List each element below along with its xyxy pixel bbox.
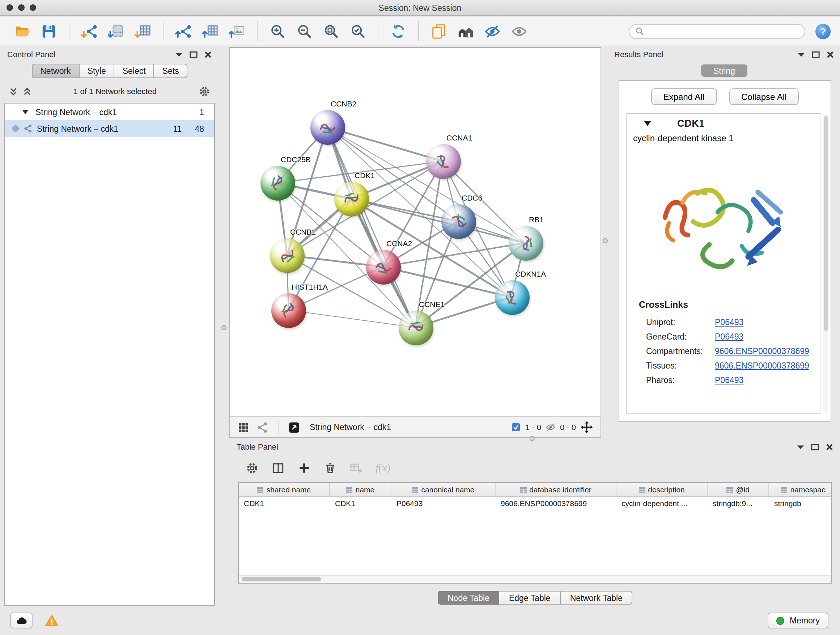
crosslink-value[interactable]: 9606.ENSP00000378699 bbox=[715, 347, 809, 356]
expand-all-button[interactable]: Expand All bbox=[651, 88, 717, 105]
close-window-icon[interactable] bbox=[6, 4, 13, 11]
crosslink-value[interactable]: P06493 bbox=[715, 333, 744, 341]
column-header-database-identifier[interactable]: database identifier bbox=[496, 483, 616, 496]
panel-menu-icon[interactable] bbox=[797, 443, 805, 451]
delete-column-icon[interactable] bbox=[324, 461, 337, 475]
close-panel-icon[interactable] bbox=[204, 50, 212, 58]
tab-network-table[interactable]: Network Table bbox=[561, 591, 633, 605]
column-header-description[interactable]: description bbox=[616, 483, 707, 496]
hide-selected-icon[interactable] bbox=[483, 21, 502, 41]
tab-edge-table[interactable]: Edge Table bbox=[500, 591, 561, 605]
float-panel-icon[interactable] bbox=[189, 50, 197, 58]
collapse-gene-icon[interactable] bbox=[644, 121, 651, 126]
table-options-gear-icon[interactable] bbox=[245, 461, 259, 475]
help-button[interactable]: ? bbox=[815, 23, 831, 40]
add-column-icon[interactable] bbox=[297, 461, 311, 475]
move-icon[interactable] bbox=[580, 421, 593, 434]
graph-node-ccna2[interactable] bbox=[366, 250, 401, 285]
selected-checkbox-icon[interactable] bbox=[511, 422, 521, 432]
crosslink-value[interactable]: P06493 bbox=[715, 376, 744, 385]
crosslink-value[interactable]: 9606.ENSP00000378699 bbox=[715, 361, 809, 370]
function-builder-icon[interactable]: f(x) bbox=[376, 462, 391, 474]
graph-node-hist1h1a[interactable] bbox=[271, 293, 306, 328]
delete-table-icon[interactable] bbox=[349, 461, 363, 475]
tree-collapse-icon[interactable] bbox=[22, 110, 28, 114]
gene-card-header[interactable]: CDK1 bbox=[627, 114, 820, 133]
import-table-icon[interactable] bbox=[133, 21, 153, 41]
table-row[interactable]: CDK1CDK1P064939606.ENSP00000378699cyclin… bbox=[239, 497, 831, 510]
tab-style[interactable]: Style bbox=[80, 64, 115, 78]
warning-icon[interactable] bbox=[44, 613, 59, 628]
expand-all-networks-icon[interactable] bbox=[22, 87, 32, 96]
import-network-from-file-icon[interactable] bbox=[80, 21, 99, 41]
show-all-icon[interactable] bbox=[509, 21, 529, 41]
graph-node-cdc25b[interactable] bbox=[261, 166, 295, 201]
zoom-fit-icon[interactable] bbox=[321, 21, 341, 41]
network-options-gear-icon[interactable] bbox=[198, 85, 210, 97]
column-header-namespac[interactable]: namespac bbox=[769, 483, 832, 496]
graph-node-ccnb2[interactable] bbox=[310, 110, 345, 145]
search-input[interactable] bbox=[647, 26, 799, 36]
column-header-name[interactable]: name bbox=[330, 483, 392, 496]
export-table-icon[interactable] bbox=[201, 21, 220, 41]
collapse-all-networks-icon[interactable] bbox=[9, 87, 18, 96]
network-collection-row[interactable]: String Network – cdk1 1 bbox=[5, 103, 214, 120]
hidden-eye-icon[interactable] bbox=[546, 422, 556, 432]
column-header--id[interactable]: @id bbox=[707, 483, 769, 496]
minimize-window-icon[interactable] bbox=[18, 4, 25, 11]
grid-view-icon[interactable] bbox=[237, 421, 249, 433]
graph-node-ccnb1[interactable] bbox=[270, 238, 305, 273]
save-session-icon[interactable] bbox=[39, 21, 58, 41]
graph-node-ccna1[interactable] bbox=[426, 144, 461, 179]
collapse-all-button[interactable]: Collapse All bbox=[729, 88, 799, 105]
close-panel-icon[interactable] bbox=[826, 443, 834, 451]
houses-icon[interactable] bbox=[456, 21, 475, 41]
tab-sets[interactable]: Sets bbox=[155, 64, 188, 78]
export-network-icon[interactable] bbox=[174, 21, 193, 41]
import-network-from-database-icon[interactable] bbox=[106, 21, 126, 41]
apply-layout-icon[interactable] bbox=[388, 21, 408, 41]
tab-string[interactable]: String bbox=[701, 65, 747, 77]
network-name-label: String Network – cdk1 bbox=[37, 124, 118, 133]
show-columns-icon[interactable] bbox=[271, 461, 285, 475]
network-view-toolbar: String Network – cdk1 1 - 0 0 - 0 bbox=[230, 416, 600, 437]
memory-button[interactable]: Memory bbox=[768, 613, 829, 629]
graph-node-cdc6[interactable] bbox=[441, 204, 476, 239]
close-panel-icon[interactable] bbox=[826, 50, 834, 58]
graph-node-cdkn1a[interactable] bbox=[495, 280, 530, 315]
panel-menu-icon[interactable] bbox=[797, 50, 805, 58]
panel-menu-icon[interactable] bbox=[175, 50, 183, 58]
zoom-out-icon[interactable] bbox=[294, 21, 314, 41]
cloud-button[interactable] bbox=[10, 613, 33, 629]
graph-node-cdk1[interactable] bbox=[334, 182, 369, 217]
zoom-in-icon[interactable] bbox=[268, 21, 287, 41]
graph-node-rb1[interactable] bbox=[508, 226, 543, 261]
network-share-icon[interactable] bbox=[256, 421, 268, 433]
protein-squiggle bbox=[317, 119, 338, 135]
protein-squiggle bbox=[501, 285, 524, 310]
float-panel-icon[interactable] bbox=[811, 443, 819, 451]
results-scrollbar[interactable] bbox=[823, 114, 829, 413]
graph-node-ccne1[interactable] bbox=[399, 310, 433, 345]
tab-node-table[interactable]: Node Table bbox=[437, 591, 500, 605]
tab-select[interactable]: Select bbox=[115, 64, 155, 78]
network-canvas[interactable]: CCNB2CCNA1CDC25BCDK1CDC6RB1CCNB1CCNA2CDK… bbox=[230, 48, 600, 416]
horizontal-scrollbar[interactable] bbox=[239, 575, 831, 583]
network-row[interactable]: String Network – cdk1 11 48 bbox=[5, 120, 214, 137]
search-box[interactable] bbox=[629, 24, 805, 39]
splitter-handle[interactable] bbox=[603, 238, 608, 243]
column-header-canonical-name[interactable]: canonical name bbox=[392, 483, 496, 496]
open-in-window-icon[interactable] bbox=[288, 421, 300, 433]
tab-network[interactable]: Network bbox=[32, 64, 79, 78]
zoom-selected-icon[interactable] bbox=[348, 21, 368, 41]
documents-icon[interactable] bbox=[429, 21, 448, 41]
open-session-icon[interactable] bbox=[12, 21, 32, 41]
float-panel-icon[interactable] bbox=[812, 50, 820, 58]
export-image-icon[interactable] bbox=[227, 21, 247, 41]
column-header-shared-name[interactable]: shared name bbox=[239, 483, 330, 496]
zoom-window-icon[interactable] bbox=[30, 4, 36, 11]
splitter-handle[interactable] bbox=[530, 436, 535, 441]
splitter-handle[interactable] bbox=[221, 325, 226, 330]
scrollbar-thumb[interactable] bbox=[242, 577, 321, 581]
crosslink-value[interactable]: P06493 bbox=[715, 318, 744, 326]
